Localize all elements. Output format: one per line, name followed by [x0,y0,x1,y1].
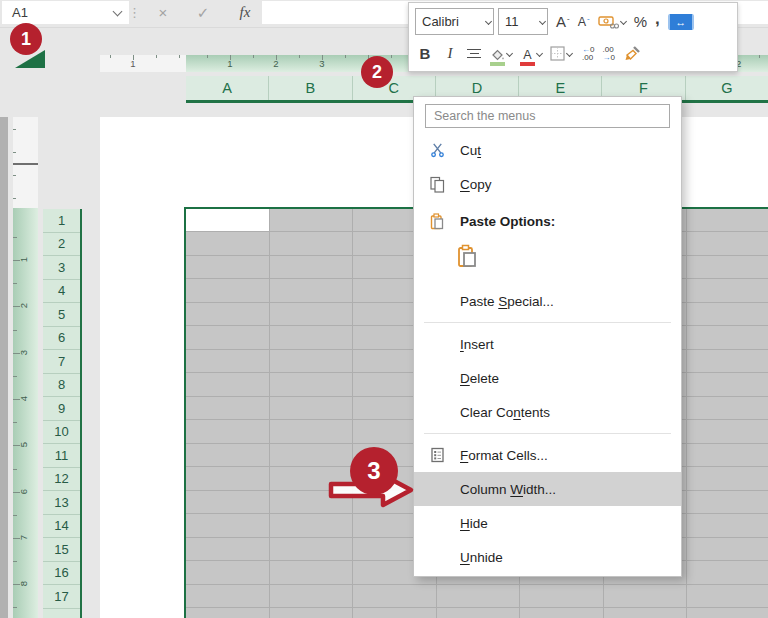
cell-G1[interactable] [687,209,768,232]
cell-F17[interactable] [604,585,687,608]
increase-decimal-button[interactable]: ←←00 .00 [582,40,594,68]
row-header-4[interactable]: 4 [43,280,80,304]
borders-button[interactable] [550,40,574,68]
row-header-3[interactable]: 3 [43,256,80,280]
paste-button[interactable] [456,244,478,268]
bold-button[interactable]: B [415,40,435,68]
cell-B1[interactable] [270,209,353,232]
column-header-B[interactable]: B [269,76,352,100]
cell-G14[interactable] [687,514,768,537]
row-header-18[interactable] [43,609,80,618]
cell-F18[interactable] [604,608,687,618]
cell-D18[interactable] [437,608,520,618]
grow-font-button[interactable]: Aˆ [556,8,570,36]
cell-B18[interactable] [270,608,353,618]
cancel-icon[interactable]: × [150,1,176,24]
name-box[interactable]: A1 [2,1,129,24]
shrink-font-button[interactable]: Aˇ [578,8,590,36]
menu-item-paste-special[interactable]: Paste Special... [414,284,681,318]
cell-B14[interactable] [270,514,353,537]
cell-G15[interactable] [687,538,768,561]
row-header-12[interactable]: 12 [43,468,80,492]
chevron-down-icon[interactable] [566,49,573,56]
namebox-splitter[interactable]: ⋮ [128,1,136,24]
cell-B2[interactable] [270,232,353,255]
italic-button[interactable]: I [441,40,459,68]
cell-A14[interactable] [186,514,269,537]
cell-G6[interactable] [687,326,768,349]
cell-E18[interactable] [520,608,603,618]
menu-item-copy[interactable]: Copy [414,167,681,201]
chevron-down-icon[interactable] [620,17,627,24]
row-header-14[interactable]: 14 [43,515,80,539]
format-painter-button[interactable] [623,40,641,68]
row-header-9[interactable]: 9 [43,397,80,421]
cell-A9[interactable] [186,397,269,420]
row-header-5[interactable]: 5 [43,303,80,327]
percent-style-button[interactable]: % [634,8,647,36]
menu-item-unhide[interactable]: Unhide [414,540,681,574]
cell-B10[interactable] [270,420,353,443]
accounting-format-button[interactable] [598,8,628,36]
row-header-13[interactable]: 13 [43,491,80,515]
margin-marker[interactable] [13,163,38,165]
cell-A15[interactable] [186,538,269,561]
cell-C18[interactable] [353,608,436,618]
cell-A2[interactable] [186,232,269,255]
cell-G4[interactable] [687,279,768,302]
cell-G18[interactable] [687,608,768,618]
chevron-down-icon[interactable] [113,7,123,17]
font-color-button[interactable]: A [520,40,544,68]
cell-B6[interactable] [270,326,353,349]
cell-C17[interactable] [353,585,436,608]
row-header-2[interactable]: 2 [43,233,80,257]
cell-G7[interactable] [687,350,768,373]
row-header-1[interactable]: 1 [43,209,80,233]
row-header-7[interactable]: 7 [43,350,80,374]
cell-G17[interactable] [687,585,768,608]
cell-A1[interactable] [186,209,269,232]
menu-item-insert[interactable]: Insert [414,327,681,361]
cell-G3[interactable] [687,256,768,279]
cell-A11[interactable] [186,444,269,467]
fill-color-button[interactable] [489,40,514,68]
chevron-down-icon[interactable] [506,49,513,56]
cell-G9[interactable] [687,397,768,420]
cell-G2[interactable] [687,232,768,255]
cell-G10[interactable] [687,420,768,443]
row-header-15[interactable]: 15 [43,538,80,562]
cell-G12[interactable] [687,467,768,490]
cell-B5[interactable] [270,303,353,326]
chevron-down-icon[interactable] [485,17,492,24]
insert-function-icon[interactable]: fx [230,1,260,24]
cell-A13[interactable] [186,491,269,514]
cell-G13[interactable] [687,491,768,514]
cell-B3[interactable] [270,256,353,279]
menu-item-column-width[interactable]: Column Width... [414,472,681,506]
cell-B8[interactable] [270,373,353,396]
column-header-G[interactable]: G [686,76,768,100]
font-size-combo[interactable]: 11 [498,8,548,35]
cell-A10[interactable] [186,420,269,443]
cell-G11[interactable] [687,444,768,467]
row-header-16[interactable]: 16 [43,562,80,586]
search-input[interactable] [425,104,670,128]
cell-B17[interactable] [270,585,353,608]
cell-G16[interactable] [687,561,768,584]
menu-item-format-cells[interactable]: Format Cells... [414,438,681,472]
cell-A18[interactable] [186,608,269,618]
row-header-8[interactable]: 8 [43,374,80,398]
decrease-decimal-button[interactable]: .00 →0 [602,40,614,68]
enter-icon[interactable]: ✓ [190,1,216,24]
menu-item-cut[interactable]: Cut [414,133,681,167]
center-align-icon[interactable] [467,40,481,68]
cell-G8[interactable] [687,373,768,396]
cell-B4[interactable] [270,279,353,302]
cell-A12[interactable] [186,467,269,490]
cell-B11[interactable] [270,444,353,467]
menu-item-clear-contents[interactable]: Clear Contents [414,395,681,429]
comma-style-button[interactable]: , [655,5,660,39]
cell-E17[interactable] [520,585,603,608]
cell-A5[interactable] [186,303,269,326]
cell-A6[interactable] [186,326,269,349]
